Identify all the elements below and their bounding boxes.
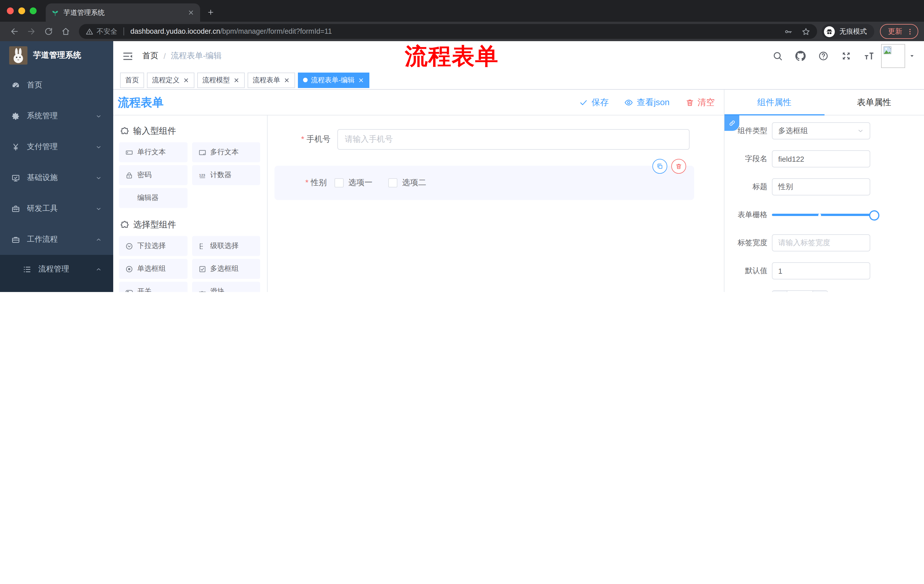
url-bar[interactable]: 不安全 dashboard.yudao.iocoder.cn/bpm/manag… — [79, 24, 817, 39]
sidebar-item-list-tree[interactable]: 流程管理 — [0, 255, 113, 283]
search-icon[interactable] — [772, 51, 783, 61]
tab-form-props[interactable]: 表单属性 — [824, 90, 924, 115]
prop-input-默认值[interactable]: 1 — [772, 262, 870, 280]
component-chip-text-field[interactable]: 单行文本 — [119, 142, 187, 162]
switch-icon — [125, 288, 133, 292]
font-size-icon[interactable] — [864, 51, 874, 61]
stepper-increase-button[interactable]: + — [812, 291, 827, 292]
component-chip-switch[interactable]: 开关 — [119, 282, 187, 292]
gender-option-2-checkbox[interactable]: 选项二 — [389, 178, 426, 188]
browser-menu-dots-icon[interactable] — [906, 28, 914, 35]
phone-field-input[interactable]: 请输入手机号 — [337, 129, 690, 150]
github-icon[interactable] — [795, 51, 806, 61]
fullscreen-icon[interactable] — [841, 51, 851, 61]
component-chip-cascader[interactable]: 级联选择 — [192, 236, 260, 256]
sidebar-item-toolbox[interactable]: 研发工具 — [0, 193, 113, 224]
save-button[interactable]: 保存 — [579, 97, 609, 108]
list-tree-icon — [23, 265, 31, 273]
sidebar-item-label: 流程管理 — [38, 264, 96, 274]
breadcrumb-home[interactable]: 首页 — [142, 51, 158, 61]
prop-input-标题[interactable]: 性别 — [772, 178, 870, 196]
window-zoom-button[interactable] — [30, 7, 36, 14]
component-chip-label: 编辑器 — [137, 193, 159, 203]
prop-input-text: field122 — [778, 155, 804, 163]
sidebar-item-yen[interactable]: 支付管理 — [0, 132, 113, 162]
clear-button[interactable]: 清空 — [686, 97, 715, 108]
home-icon[interactable] — [61, 27, 70, 36]
component-chip-lock[interactable]: 密码 — [119, 165, 187, 185]
component-chip-textarea[interactable]: 多行文本 — [192, 142, 260, 162]
view-json-button[interactable]: 查看json — [625, 97, 670, 108]
sidebar-item-dashboard[interactable]: 首页 — [0, 70, 113, 100]
cascader-icon — [198, 242, 206, 250]
tab-component-props[interactable]: 组件属性 — [724, 90, 824, 115]
update-button[interactable]: 更新 — [880, 24, 918, 39]
tab-close-icon[interactable] — [188, 9, 195, 16]
prop-row-字段名: 字段名field122 — [724, 150, 924, 168]
user-avatar-menu[interactable] — [881, 44, 915, 68]
briefcase-icon — [12, 235, 20, 244]
browser-toolbar: 不安全 dashboard.yudao.iocoder.cn/bpm/manag… — [0, 22, 924, 41]
prop-input-字段名[interactable]: field122 — [772, 150, 870, 168]
tag-view-item[interactable]: 首页 — [120, 72, 144, 88]
component-chip-radio[interactable]: 单选框组 — [119, 259, 187, 279]
tag-view-item[interactable]: 流程表单-编辑 — [298, 72, 370, 88]
not-secure-warning-icon — [86, 28, 93, 35]
eye-icon — [625, 98, 633, 107]
component-chip-select[interactable]: 下拉选择 — [119, 236, 187, 256]
component-chip-editor[interactable]: 编辑器 — [119, 188, 187, 208]
sidebar-item-doc-edit[interactable]: 流程表单 — [0, 283, 113, 292]
component-chip-checkbox[interactable]: 多选框组 — [192, 259, 260, 279]
window-close-button[interactable] — [7, 7, 14, 14]
back-icon[interactable] — [10, 27, 19, 36]
delete-component-button[interactable] — [671, 159, 686, 174]
window-minimize-button[interactable] — [18, 7, 25, 14]
prop-label: 标签宽度 — [724, 238, 767, 248]
sidebar-item-gear[interactable]: 系统管理 — [0, 100, 113, 132]
breadcrumb-current: 流程表单-编辑 — [171, 51, 221, 61]
stepper-input[interactable]: 至少应选 — [787, 291, 812, 292]
designer-actions: 保存 查看json 清空 — [579, 97, 715, 108]
form-canvas: 手机号 请输入手机号 性别 选项一 选项二 — [267, 115, 724, 292]
bookmark-star-icon[interactable] — [802, 27, 810, 36]
component-sections: 输入型组件单行文本多行文本密码123计数器编辑器选择型组件下拉选择级联选择单选框… — [119, 126, 260, 292]
slider-handle[interactable] — [869, 210, 879, 220]
tag-close-icon[interactable] — [358, 77, 364, 83]
properties-panel: 组件属性 表单属性 组件类型多选框组字段名field122标题性别表单栅格标签宽… — [724, 90, 924, 292]
selected-component-gender[interactable]: 性别 选项一 选项二 — [274, 166, 694, 200]
tag-close-icon[interactable] — [284, 77, 290, 83]
tag-view-item[interactable]: 流程定义 — [147, 72, 195, 88]
gender-option-1-checkbox[interactable]: 选项一 — [335, 178, 373, 188]
stepper-decrease-button[interactable]: − — [772, 291, 787, 292]
tag-view-item[interactable]: 流程模型 — [197, 72, 245, 88]
broken-image-icon — [883, 46, 892, 55]
tag-label: 流程定义 — [152, 75, 180, 85]
svg-text:123: 123 — [199, 173, 205, 177]
copy-component-button[interactable] — [652, 159, 667, 174]
red-annotation-text: 流程表单 — [377, 42, 526, 70]
radio-icon — [125, 265, 133, 273]
prop-input-标签宽度[interactable]: 请输入标签宽度 — [772, 234, 870, 252]
sidebar-item-monitor[interactable]: 基础设施 — [0, 162, 113, 193]
tag-close-icon[interactable] — [233, 77, 239, 83]
component-chip-counter[interactable]: 123计数器 — [192, 165, 260, 185]
stepper-至少应选[interactable]: −至少应选+ — [772, 290, 828, 292]
sidebar-logo[interactable]: 芋道管理系统 — [0, 41, 113, 70]
tag-close-icon[interactable] — [183, 77, 189, 83]
component-chip-slider[interactable]: 滑块 — [192, 282, 260, 292]
sidebar-item-briefcase[interactable]: 工作流程 — [0, 224, 113, 255]
sidebar-collapse-icon[interactable] — [122, 51, 133, 61]
chevron-up-icon — [96, 236, 102, 243]
help-icon[interactable] — [818, 51, 828, 61]
tag-view-item[interactable]: 流程表单 — [248, 72, 295, 88]
new-tab-button[interactable] — [207, 8, 214, 16]
password-key-icon[interactable] — [784, 27, 792, 36]
caret-down-icon — [909, 53, 915, 59]
grid-span-slider[interactable] — [772, 206, 875, 224]
browser-tab[interactable]: 芋道管理系统 — [46, 3, 200, 22]
component-grid: 下拉选择级联选择单选框组多选框组开关滑块时间选择时间范围日期选择日期范围评分颜色… — [119, 236, 260, 292]
link-handle-tab[interactable] — [724, 115, 739, 131]
prop-select-组件类型[interactable]: 多选框组 — [772, 122, 870, 140]
forward-icon[interactable] — [27, 27, 36, 36]
reload-icon[interactable] — [44, 27, 53, 36]
